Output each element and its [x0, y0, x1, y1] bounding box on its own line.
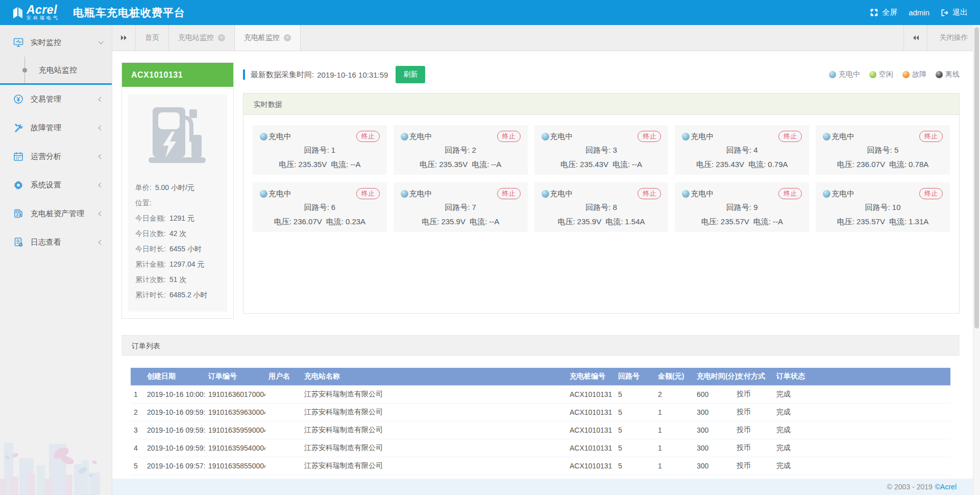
sidebar-item-operations-analysis[interactable]: 运营分析	[0, 142, 112, 171]
footer-brand-link[interactable]: ©Acrel	[935, 483, 957, 491]
order-row[interactable]: 4 2019-10-16 09:59:14 1910163595400044 江…	[131, 439, 950, 457]
fullscreen-button[interactable]: 全屏	[870, 8, 897, 17]
voltage-label: 电压:	[279, 160, 296, 169]
log-icon	[13, 237, 23, 247]
order-status: 完成	[773, 385, 950, 403]
logout-button[interactable]: 退出	[941, 8, 968, 17]
tab-pile-monitor[interactable]: 充电桩监控 ×	[235, 25, 301, 51]
order-list-section: 订单列表	[121, 335, 960, 475]
footer: © 2003 - 2019 ©Acrel	[112, 479, 980, 495]
terminate-button[interactable]: 终止	[778, 131, 802, 142]
copyright-text: © 2003 - 2019	[887, 483, 933, 491]
current-value: 1.54A	[625, 217, 645, 226]
charging-status-icon	[542, 133, 549, 140]
legend-label: 充电中	[839, 70, 860, 79]
terminate-button[interactable]: 终止	[778, 188, 802, 199]
user-menu[interactable]: admin	[909, 8, 929, 17]
order-loop: 5	[615, 439, 655, 457]
order-created: 2019-10-16 09:57:35	[144, 457, 205, 475]
terminate-button[interactable]: 终止	[919, 188, 943, 199]
sidebar-item-label: 充电桩资产管理	[31, 209, 99, 219]
sidebar-subitem-station-monitor[interactable]: 充电站监控	[0, 57, 112, 83]
terminate-button[interactable]: 终止	[497, 131, 521, 142]
order-loop: 5	[615, 385, 655, 403]
sidebar-item-pile-assets[interactable]: 充电桩资产管理	[0, 199, 112, 228]
channel-card: 充电中 终止 回路号:2 电压:235.35V电流:--A	[394, 125, 528, 175]
stat-label: 今日时长:	[135, 245, 166, 253]
terminate-button[interactable]: 终止	[356, 188, 380, 199]
sidebar-item-transactions[interactable]: 交易管理	[0, 85, 112, 113]
order-row[interactable]: 3 2019-10-16 09:59:19 1910163595900045 江…	[131, 421, 950, 439]
sidebar-item-logs[interactable]: 日志查看	[0, 228, 112, 256]
loop-number: 10	[892, 203, 901, 211]
channel-status-label: 充电中	[550, 189, 573, 199]
pile-stat-row: 今日次数:42 次	[135, 226, 227, 241]
tab-close-icon[interactable]: ×	[284, 34, 291, 41]
voltage-value: 236.07V	[856, 160, 885, 169]
order-row[interactable]: 1 2019-10-16 10:00:17 1910163601700047 江…	[131, 385, 950, 403]
loop-label: 回路号:	[304, 203, 329, 211]
stat-value: 1291 元	[169, 214, 194, 222]
scrollbar-thumb[interactable]	[974, 27, 979, 328]
fullscreen-icon	[870, 8, 878, 17]
skyline-watermark	[0, 413, 112, 495]
close-operations-button[interactable]: 关闭操作	[927, 25, 980, 51]
order-station-name: 江苏安科瑞制造有限公司	[301, 439, 567, 457]
order-number: 1910163595400044	[205, 439, 265, 457]
tabs-scroll-left-button[interactable]	[112, 25, 136, 51]
terminate-button[interactable]: 终止	[356, 131, 380, 142]
tab-label: 充电站监控	[178, 33, 214, 42]
channel-card: 充电中 终止 回路号:3 电压:235.43V电流:--A	[534, 125, 669, 175]
sidebar: 实时监控 充电站监控 交易管理	[0, 25, 112, 495]
order-row[interactable]: 5 2019-10-16 09:57:35 1910163585500043 江…	[131, 457, 950, 475]
channel-status-label: 充电中	[409, 189, 432, 199]
accent-bar	[243, 69, 245, 80]
order-created: 2019-10-16 09:59:19	[144, 421, 205, 439]
stat-label: 单价:	[135, 183, 152, 192]
channel-status-label: 充电中	[268, 189, 291, 199]
channel-status-label: 充电中	[831, 132, 854, 142]
voltage-value: 235.57V	[721, 217, 749, 226]
orders-column-header: 订单编号	[205, 368, 265, 385]
sidebar-subitem-label: 充电站监控	[39, 65, 77, 75]
fullscreen-label: 全屏	[882, 8, 897, 17]
tab-home[interactable]: 首页	[136, 25, 169, 51]
orders-column-header: 订单状态	[773, 368, 950, 385]
voltage-value: 235.43V	[716, 160, 744, 169]
sidebar-item-system-settings[interactable]: 系统设置	[0, 171, 112, 199]
loop-label: 回路号:	[867, 146, 892, 154]
sidebar-item-label: 运营分析	[31, 152, 99, 161]
tabs-scroll-right-button[interactable]	[903, 25, 927, 51]
fault-status-icon	[902, 71, 910, 78]
terminate-button[interactable]: 终止	[919, 131, 943, 142]
orders-column-header: 回路号	[615, 368, 655, 385]
col-index	[131, 368, 144, 385]
current-value: --A	[632, 160, 642, 169]
order-duration: 300	[694, 457, 733, 475]
order-username	[265, 439, 301, 457]
pile-stat-row: 单价:5.00 小时/元	[135, 180, 227, 195]
terminate-button[interactable]: 终止	[638, 131, 661, 142]
voltage-label: 电压:	[560, 160, 578, 169]
order-row[interactable]: 2 2019-10-16 09:59:23 1910163596300046 江…	[131, 403, 950, 421]
sidebar-item-faults[interactable]: 故障管理	[0, 113, 112, 142]
sidebar-item-realtime-monitor[interactable]: 实时监控	[0, 28, 112, 57]
order-number: 1910163601700047	[205, 385, 265, 403]
tab-station-monitor[interactable]: 充电站监控 ×	[169, 25, 235, 51]
gear-icon	[13, 180, 23, 190]
terminate-button[interactable]: 终止	[638, 188, 661, 199]
tab-close-icon[interactable]: ×	[218, 34, 225, 41]
current-value: 0.78A	[909, 160, 928, 169]
refresh-button[interactable]: 刷新	[396, 66, 425, 83]
terminate-button[interactable]: 终止	[497, 188, 521, 199]
charging-pile-icon	[148, 106, 208, 167]
orders-column-header: 充电桩编号	[567, 368, 615, 385]
order-username	[265, 421, 301, 439]
chevron-left-icon	[99, 211, 104, 216]
order-station-name: 江苏安科瑞制造有限公司	[301, 457, 567, 475]
channel-status-label: 充电中	[268, 132, 291, 142]
legend-idle: 空闲	[869, 70, 893, 79]
pile-stat-row: 累计次数:51 次	[135, 272, 227, 287]
pile-info-panel: ACX1010131	[121, 62, 234, 319]
loop-number: 3	[612, 146, 617, 154]
